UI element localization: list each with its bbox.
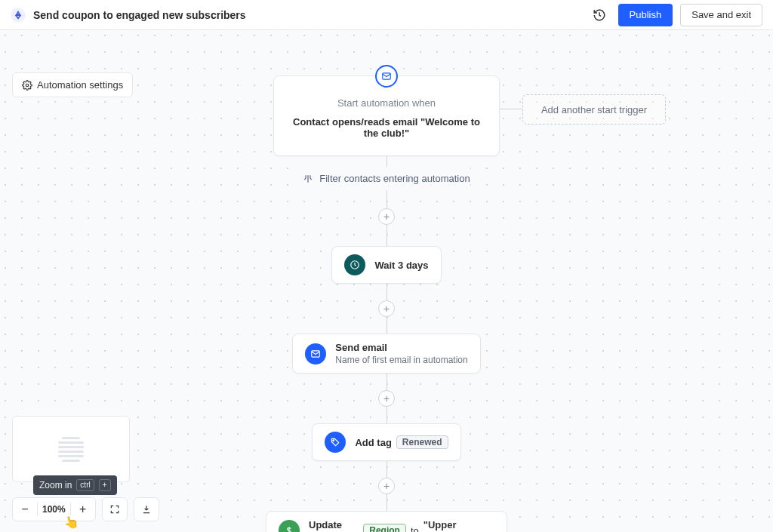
- wait-label: Wait 3 days: [374, 260, 428, 271]
- zoom-in-button[interactable]: +: [71, 497, 95, 521]
- app-header: Send coupon to engaged new subscribers P…: [0, 0, 773, 30]
- app-logo-icon: [11, 8, 26, 23]
- update-deal-node[interactable]: Update deal Region to "Upper Midwest": [266, 511, 507, 532]
- trigger-headline: Contact opens/reads email "Welcome to th…: [288, 116, 485, 139]
- svg-point-0: [26, 84, 29, 87]
- minimap-preview: [58, 437, 84, 462]
- add-step-button[interactable]: +: [378, 478, 395, 494]
- trigger-subtitle: Start automation when: [288, 97, 485, 109]
- minimap-panel[interactable]: [12, 416, 130, 482]
- tooltip-key-ctrl: ctrl: [76, 479, 94, 491]
- tag-pill: Renewed: [396, 435, 448, 449]
- zoom-level[interactable]: 100%: [38, 504, 70, 515]
- download-button[interactable]: [134, 497, 159, 521]
- send-email-subtitle: Name of first email in automation: [335, 355, 467, 365]
- wait-node[interactable]: Wait 3 days: [331, 246, 441, 284]
- workflow-canvas[interactable]: Automation settings Add another start tr…: [0, 30, 773, 532]
- update-deal-title: Update deal: [309, 519, 359, 532]
- fullscreen-button[interactable]: [103, 497, 127, 521]
- zoom-toolbar: − 100% +: [12, 497, 159, 521]
- add-tag-title: Add tag: [355, 437, 391, 448]
- save-exit-button[interactable]: Save and exit: [680, 4, 762, 26]
- dollar-icon: [279, 520, 300, 532]
- svg-point-4: [333, 440, 334, 441]
- send-email-title: Send email: [335, 342, 467, 353]
- clock-icon: [344, 254, 365, 275]
- deal-field-pill: Region: [363, 524, 406, 532]
- automation-settings-button[interactable]: Automation settings: [12, 72, 133, 97]
- envelope-icon: [305, 343, 326, 364]
- workflow-title[interactable]: Send coupon to engaged new subscribers: [33, 9, 581, 21]
- history-button[interactable]: [588, 4, 611, 26]
- start-trigger-node[interactable]: Start automation when Contact opens/read…: [273, 75, 500, 156]
- gear-icon: [22, 80, 32, 91]
- add-step-button[interactable]: +: [378, 208, 395, 225]
- workflow-column: Start automation when Contact opens/read…: [266, 75, 507, 532]
- filter-contacts-link[interactable]: Filter contacts entering automation: [303, 167, 470, 190]
- zoom-out-button[interactable]: −: [13, 497, 37, 521]
- tag-icon: [325, 432, 346, 453]
- filter-contacts-label: Filter contacts entering automation: [319, 173, 470, 184]
- envelope-icon: [375, 65, 398, 88]
- tooltip-label: Zoom in: [39, 480, 72, 490]
- automation-settings-label: Automation settings: [37, 79, 123, 91]
- publish-button[interactable]: Publish: [618, 4, 673, 26]
- add-step-button[interactable]: +: [378, 390, 395, 407]
- send-email-node[interactable]: Send email Name of first email in automa…: [292, 334, 480, 374]
- update-deal-value: "Upper Midwest": [423, 519, 494, 532]
- add-tag-node[interactable]: Add tag Renewed: [312, 423, 460, 461]
- tooltip-key-plus: +: [99, 479, 111, 491]
- filter-icon: [303, 174, 313, 184]
- add-start-trigger-button[interactable]: Add another start trigger: [522, 94, 666, 125]
- add-step-button[interactable]: +: [378, 300, 395, 317]
- zoom-in-tooltip: Zoom in ctrl +: [33, 475, 117, 495]
- update-deal-to: to: [411, 525, 419, 533]
